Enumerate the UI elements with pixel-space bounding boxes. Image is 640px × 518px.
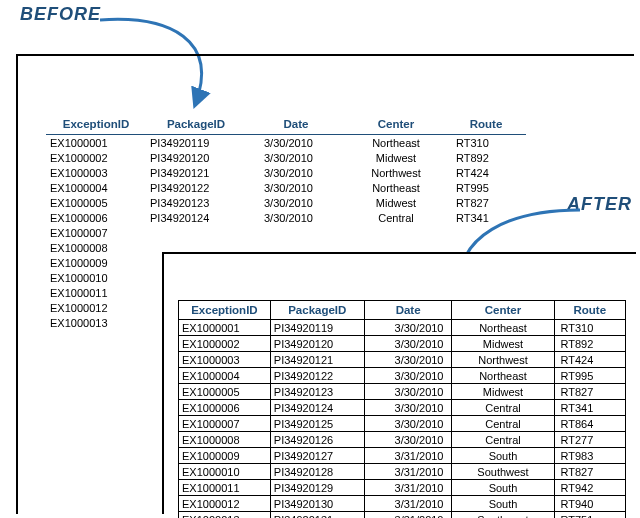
- cell-date: 3/30/2010: [364, 400, 452, 416]
- cell-route: RT827: [554, 464, 625, 480]
- cell-exc: EX1000006: [179, 400, 271, 416]
- table-row: EX1000011PI349201293/31/2010SouthRT942: [179, 480, 626, 496]
- cell-pkg: PI34920119: [146, 135, 246, 151]
- cell-route: RT864: [554, 416, 625, 432]
- cell-exc: EX1000008: [46, 240, 146, 255]
- cell-exc: EX1000010: [46, 270, 146, 285]
- cell-date: 3/31/2010: [364, 496, 452, 512]
- cell-exc: EX1000001: [46, 135, 146, 151]
- cell-pkg: PI34920122: [270, 368, 364, 384]
- table-row: EX1000008PI349201263/30/2010CentralRT277: [179, 432, 626, 448]
- cell-center: Midwest: [452, 336, 554, 352]
- cell-center: Midwest: [346, 150, 446, 165]
- table-row: EX1000005PI349201233/30/2010MidwestRT827: [46, 195, 526, 210]
- cell-route: RT942: [554, 480, 625, 496]
- col-header-date: Date: [246, 114, 346, 135]
- cell-exc: EX1000007: [46, 225, 146, 240]
- before-header-row: ExceptionID PackageID Date Center Route: [46, 114, 526, 135]
- table-row: EX1000013PI349201313/31/2010SouthwestRT7…: [179, 512, 626, 519]
- cell-exc: EX1000009: [46, 255, 146, 270]
- table-row: EX1000006PI349201243/30/2010CentralRT341: [179, 400, 626, 416]
- table-row: EX1000009PI349201273/31/2010SouthRT983: [179, 448, 626, 464]
- col-header-center: Center: [346, 114, 446, 135]
- cell-route: RT310: [446, 135, 526, 151]
- cell-pkg: PI34920120: [146, 150, 246, 165]
- cell-date: 3/31/2010: [364, 512, 452, 519]
- cell-pkg: PI34920122: [146, 180, 246, 195]
- cell-route: RT892: [446, 150, 526, 165]
- table-row: EX1000001PI349201193/30/2010NortheastRT3…: [46, 135, 526, 151]
- cell-route: RT310: [554, 320, 625, 336]
- cell-pkg: PI34920123: [146, 195, 246, 210]
- table-row: EX1000002PI349201203/30/2010MidwestRT892: [179, 336, 626, 352]
- cell-center: Midwest: [346, 195, 446, 210]
- cell-exc: EX1000013: [46, 315, 146, 330]
- cell-date: 3/31/2010: [364, 448, 452, 464]
- cell-exc: EX1000008: [179, 432, 271, 448]
- after-table-container: ExceptionID PackageID Date Center Route …: [178, 300, 626, 518]
- cell-date: 3/31/2010: [364, 464, 452, 480]
- cell-exc: EX1000009: [179, 448, 271, 464]
- cell-pkg: PI34920120: [270, 336, 364, 352]
- cell-exc: EX1000002: [46, 150, 146, 165]
- cell-route: RT277: [554, 432, 625, 448]
- table-row: EX1000006PI349201243/30/2010CentralRT341: [46, 210, 526, 225]
- col-header-package: PackageID: [270, 301, 364, 320]
- cell-center: Northwest: [346, 165, 446, 180]
- cell-exc: EX1000011: [179, 480, 271, 496]
- cell-route: RT751: [554, 512, 625, 519]
- table-row: EX1000003PI349201213/30/2010NorthwestRT4…: [46, 165, 526, 180]
- cell-pkg: [146, 225, 246, 240]
- cell-route: RT341: [554, 400, 625, 416]
- table-row: EX1000004PI349201223/30/2010NortheastRT9…: [179, 368, 626, 384]
- cell-center: Northeast: [452, 320, 554, 336]
- cell-pkg: PI34920124: [146, 210, 246, 225]
- cell-date: 3/31/2010: [364, 480, 452, 496]
- cell-pkg: PI34920124: [270, 400, 364, 416]
- table-row: EX1000012PI349201303/31/2010SouthRT940: [179, 496, 626, 512]
- cell-center: South: [452, 496, 554, 512]
- cell-pkg: PI34920127: [270, 448, 364, 464]
- cell-date: 3/30/2010: [364, 384, 452, 400]
- cell-route: RT424: [554, 352, 625, 368]
- cell-pkg: PI34920125: [270, 416, 364, 432]
- cell-route: RT940: [554, 496, 625, 512]
- cell-pkg: PI34920121: [146, 165, 246, 180]
- cell-pkg: PI34920126: [270, 432, 364, 448]
- cell-exc: EX1000003: [46, 165, 146, 180]
- cell-center: Southwest: [452, 512, 554, 519]
- col-header-center: Center: [452, 301, 554, 320]
- cell-center: Southwest: [452, 464, 554, 480]
- table-row: EX1000005PI349201233/30/2010MidwestRT827: [179, 384, 626, 400]
- cell-route: RT892: [554, 336, 625, 352]
- col-header-package: PackageID: [146, 114, 246, 135]
- cell-pkg: PI34920123: [270, 384, 364, 400]
- cell-date: 3/30/2010: [364, 432, 452, 448]
- cell-exc: EX1000012: [179, 496, 271, 512]
- cell-route: RT827: [554, 384, 625, 400]
- cell-date: 3/30/2010: [364, 336, 452, 352]
- cell-route: RT827: [446, 195, 526, 210]
- cell-center: Northwest: [452, 352, 554, 368]
- cell-exc: EX1000005: [179, 384, 271, 400]
- cell-route: [446, 225, 526, 240]
- cell-exc: EX1000004: [179, 368, 271, 384]
- cell-exc: EX1000006: [46, 210, 146, 225]
- cell-center: Northeast: [452, 368, 554, 384]
- after-header-row: ExceptionID PackageID Date Center Route: [179, 301, 626, 320]
- cell-exc: EX1000012: [46, 300, 146, 315]
- cell-date: 3/30/2010: [364, 352, 452, 368]
- table-row: EX1000001PI349201193/30/2010NortheastRT3…: [179, 320, 626, 336]
- cell-date: 3/30/2010: [246, 150, 346, 165]
- cell-exc: EX1000007: [179, 416, 271, 432]
- table-row: EX1000002PI349201203/30/2010MidwestRT892: [46, 150, 526, 165]
- cell-date: 3/30/2010: [246, 195, 346, 210]
- cell-center: [346, 225, 446, 240]
- cell-center: South: [452, 448, 554, 464]
- table-row: EX1000003PI349201213/30/2010NorthwestRT4…: [179, 352, 626, 368]
- cell-exc: EX1000005: [46, 195, 146, 210]
- cell-exc: EX1000013: [179, 512, 271, 519]
- table-row: EX1000007PI349201253/30/2010CentralRT864: [179, 416, 626, 432]
- table-row: EX1000007: [46, 225, 526, 240]
- cell-exc: EX1000004: [46, 180, 146, 195]
